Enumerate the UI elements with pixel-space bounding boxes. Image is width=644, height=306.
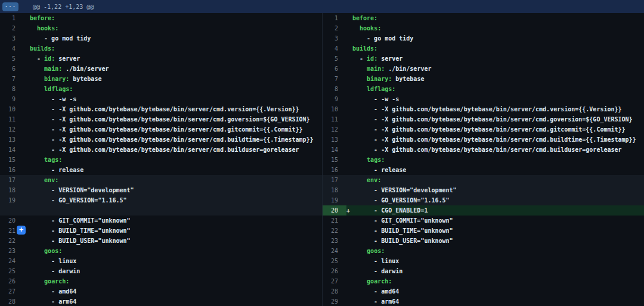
line-number[interactable]: 11 <box>0 114 24 124</box>
line-number[interactable]: 3 <box>323 33 346 43</box>
line-number[interactable]: 7 <box>323 74 346 84</box>
line-number[interactable]: 9 <box>323 94 346 104</box>
line-number[interactable]: 17 <box>0 175 24 185</box>
yaml-text: - CGO_ENABLED=1 <box>352 207 428 214</box>
line-number[interactable]: 18 <box>0 185 24 195</box>
diff-marker <box>24 256 30 266</box>
line-number[interactable]: 22 <box>323 226 346 236</box>
line-number[interactable]: 13 <box>0 135 24 145</box>
line-number[interactable]: 23 <box>323 236 346 246</box>
line-number[interactable]: 19 <box>323 195 346 205</box>
line-number[interactable]: 6 <box>0 64 24 74</box>
line-number[interactable]: 4 <box>0 43 24 54</box>
line-number[interactable]: 4 <box>323 43 346 54</box>
yaml-text: - amd64 <box>352 288 399 295</box>
yaml-text: ./bin/server <box>62 65 109 72</box>
line-number[interactable]: 7 <box>0 74 24 84</box>
diff-row: 22 - BUILD_TIME="unknown" <box>323 226 644 236</box>
line-number[interactable]: 28 <box>0 296 24 306</box>
code-line: - -w -s <box>30 94 322 104</box>
code-line: env: <box>30 175 322 185</box>
diff-marker <box>346 236 352 246</box>
line-number[interactable]: 26 <box>323 266 346 276</box>
diff-marker <box>24 145 30 155</box>
line-number[interactable]: 23 <box>0 246 24 256</box>
line-number[interactable]: 22 <box>0 236 24 246</box>
line-number[interactable]: 27 <box>323 276 346 286</box>
diff-row: 16 - release <box>323 165 644 175</box>
line-number[interactable]: 17 <box>323 175 346 185</box>
line-number[interactable]: 27 <box>0 286 24 296</box>
line-number[interactable]: 24 <box>323 246 346 256</box>
diff-row: 27 goarch: <box>323 276 644 286</box>
line-number[interactable]: 20 <box>323 205 346 216</box>
yaml-text: - GO_VERSION="1.16.5" <box>352 197 450 204</box>
line-number[interactable]: 24 <box>0 256 24 266</box>
yaml-text: - <box>30 55 44 62</box>
line-number[interactable]: 6 <box>323 64 346 74</box>
line-number[interactable]: 16 <box>0 165 24 175</box>
diff-marker <box>24 64 30 74</box>
yaml-text: - GO_VERSION="1.16.5" <box>30 197 127 204</box>
line-number[interactable]: 5 <box>323 54 346 64</box>
yaml-text: - GIT_COMMIT="unknown" <box>30 217 131 224</box>
line-number[interactable]: 13 <box>323 135 346 145</box>
line-number[interactable]: 14 <box>323 145 346 155</box>
line-number[interactable]: 15 <box>323 155 346 165</box>
line-number[interactable]: 10 <box>323 104 346 114</box>
line-number[interactable]: 19 <box>0 195 24 205</box>
yaml-key: hooks: <box>360 25 381 32</box>
line-number[interactable]: 8 <box>323 84 346 94</box>
yaml-text: - BUILD_USER="unknown" <box>352 238 453 244</box>
line-number[interactable]: 5 <box>0 54 24 64</box>
line-number[interactable]: 3 <box>0 33 24 43</box>
line-number[interactable]: 14 <box>0 145 24 155</box>
yaml-text <box>352 76 367 82</box>
line-number[interactable]: 1 <box>323 13 346 23</box>
yaml-text <box>30 76 44 82</box>
yaml-text: bytebase <box>392 76 424 82</box>
yaml-text: - VERSION="development" <box>352 187 457 193</box>
diff-row: 2 hooks: <box>0 23 322 33</box>
line-number[interactable]: 9 <box>0 94 24 104</box>
line-number[interactable]: 29 <box>323 296 346 306</box>
code-line: - BUILD_TIME="unknown" <box>352 226 644 236</box>
line-number[interactable]: 12 <box>323 124 346 135</box>
code-line: - -w -s <box>352 94 644 104</box>
diff-viewer: ··· @@ -1,22 +1,23 @@ 1before:2 hooks:3 … <box>0 0 644 306</box>
add-comment-button[interactable]: + <box>17 226 26 235</box>
hunk-header: ··· @@ -1,22 +1,23 @@ <box>0 0 644 13</box>
diff-marker <box>24 23 30 33</box>
line-number[interactable]: 20 <box>0 216 24 226</box>
line-number[interactable]: 18 <box>323 185 346 195</box>
diff-row: 14 - -X github.com/bytebase/bytebase/bin… <box>323 145 644 155</box>
line-number[interactable]: 28 <box>323 286 346 296</box>
line-number[interactable]: 11 <box>323 114 346 124</box>
line-number[interactable]: 25 <box>0 266 24 276</box>
code-line: - -X github.com/bytebase/bytebase/bin/se… <box>352 104 644 114</box>
line-number[interactable]: 26 <box>0 276 24 286</box>
diff-marker <box>346 84 352 94</box>
diff-marker <box>346 195 352 205</box>
line-number[interactable]: 25 <box>323 256 346 266</box>
line-number[interactable]: 12 <box>0 124 24 135</box>
diff-marker <box>24 74 30 84</box>
line-number[interactable]: 1 <box>0 13 24 23</box>
yaml-key: ldflags: <box>367 86 395 92</box>
expand-hunk-button[interactable]: ··· <box>2 2 18 11</box>
code-line: env: <box>352 175 644 185</box>
line-number[interactable]: 21 <box>323 216 346 226</box>
line-number[interactable]: 2 <box>323 23 346 33</box>
line-number[interactable]: 16 <box>323 165 346 175</box>
yaml-text: - -X github.com/bytebase/bytebase/bin/se… <box>30 136 314 143</box>
code-line: - GIT_COMMIT="unknown" <box>352 216 644 226</box>
diff-marker <box>24 286 30 296</box>
diff-row: 16 - release <box>0 165 322 175</box>
line-number[interactable]: 15 <box>0 155 24 165</box>
code-line: - -X github.com/bytebase/bytebase/bin/se… <box>30 124 322 135</box>
diff-row: 15 tags: <box>323 155 644 165</box>
line-number[interactable]: 8 <box>0 84 24 94</box>
yaml-text: - release <box>30 167 83 173</box>
line-number[interactable]: 10 <box>0 104 24 114</box>
line-number[interactable]: 2 <box>0 23 24 33</box>
